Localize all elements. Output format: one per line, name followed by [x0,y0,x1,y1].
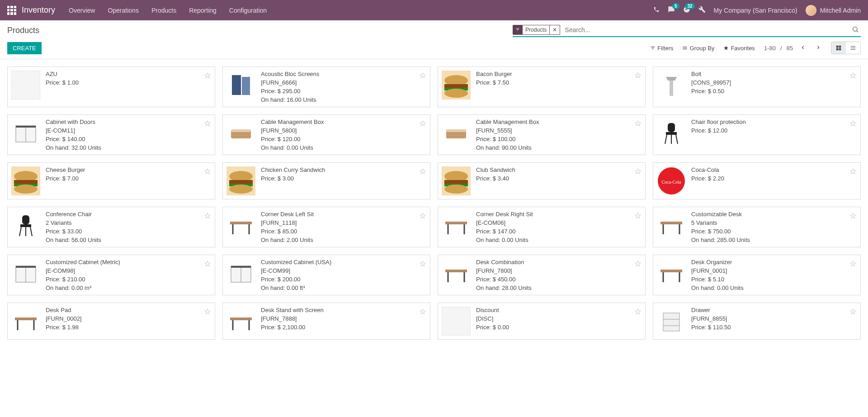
product-card[interactable]: ☆Discount[DISC]Price: $ 0.00 [438,303,646,340]
product-onhand: On hand: 0.00 Units [691,284,857,291]
star-icon[interactable]: ☆ [849,211,857,221]
product-card[interactable]: ☆Conference Chair2 VariantsPrice: $ 33.0… [7,207,215,247]
star-icon[interactable]: ☆ [634,118,642,128]
svg-rect-55 [442,211,471,240]
favorites-button[interactable]: Favorites [723,45,755,52]
product-card[interactable]: ☆Corner Desk Left Sit[FURN_1118]Price: $… [222,207,430,247]
star-icon[interactable]: ☆ [419,118,426,128]
product-price: Price: $ 7.00 [46,175,211,182]
star-icon[interactable]: ☆ [634,166,642,176]
groupby-button[interactable]: Group By [682,45,714,52]
product-card[interactable]: ☆Desk Organizer[FURN_0001]Price: $ 5.10O… [653,255,861,295]
star-icon[interactable]: ☆ [204,118,211,128]
product-name: Corner Desk Right Sit [476,211,642,218]
user-menu[interactable]: Mitchell Admin [806,5,861,16]
product-card[interactable]: ☆Desk Combination[FURN_7800]Price: $ 450… [438,255,646,295]
apps-icon[interactable] [7,6,16,15]
star-icon[interactable]: ☆ [419,166,426,176]
star-icon[interactable]: ☆ [204,71,211,81]
phone-icon[interactable] [653,6,660,14]
star-icon[interactable]: ☆ [204,259,211,269]
product-card[interactable]: ☆Coca-ColaCoca-ColaPrice: $ 2.20 [653,162,861,199]
product-card[interactable]: ☆Cheese BurgerPrice: $ 7.00 [7,162,215,199]
product-onhand: On hand: 32.00 Units [46,144,211,151]
product-price: Price: $ 3.00 [261,175,426,182]
product-image [442,259,471,288]
star-icon[interactable]: ☆ [204,166,211,176]
search-input[interactable] [563,25,850,34]
product-sku: [FURN_5800] [261,127,426,134]
star-icon[interactable]: ☆ [419,71,426,81]
product-card[interactable]: ☆Chair floor protectionPrice: $ 12.00 [653,114,861,155]
product-card[interactable]: ☆Chicken Curry SandwichPrice: $ 3.00 [222,162,430,199]
menu-overview[interactable]: Overview [69,7,95,14]
star-icon[interactable]: ☆ [849,259,857,269]
product-price: Price: $ 2.20 [691,175,857,182]
star-icon[interactable]: ☆ [634,259,642,269]
star-icon[interactable]: ☆ [204,307,211,317]
menu-operations[interactable]: Operations [108,7,138,14]
search-bar[interactable]: Products ✕ [513,24,861,37]
product-card[interactable]: ☆Customizable Desk5 VariantsPrice: $ 750… [653,207,861,247]
star-icon[interactable]: ☆ [849,71,857,81]
search-icon[interactable] [850,26,861,34]
star-icon[interactable]: ☆ [419,307,426,317]
product-card[interactable]: ☆Customized Cabinet (Metric)[E-COM98]Pri… [7,255,215,295]
svg-rect-52 [230,222,252,224]
product-sku: [DISC] [476,315,642,322]
svg-rect-35 [229,180,253,184]
product-price: Price: $ 1.00 [46,79,211,86]
nav-right: 5 32 My Company (San Francisco) Mitchell… [653,5,861,16]
product-card[interactable]: ☆Customized Cabinet (USA)[E-COM99]Price:… [222,255,430,295]
product-price: Price: $ 100.00 [476,136,642,142]
product-card[interactable]: ☆Corner Desk Right Sit[E-COM06]Price: $ … [438,207,646,247]
debug-icon[interactable] [698,6,706,14]
star-icon[interactable]: ☆ [849,118,857,128]
filters-button[interactable]: Filters [650,45,673,52]
star-icon[interactable]: ☆ [634,211,642,221]
product-card[interactable]: ☆Club SandwichPrice: $ 3.40 [438,162,646,199]
product-name: AZU [46,71,211,77]
star-icon[interactable]: ☆ [634,307,642,317]
svg-text:Coca-Cola: Coca-Cola [662,180,681,185]
star-icon[interactable]: ☆ [419,211,426,221]
product-price: Price: $ 0.00 [476,324,642,331]
activities-icon[interactable]: 32 [683,6,690,14]
svg-rect-80 [15,317,37,320]
menu-products[interactable]: Products [151,7,176,14]
svg-rect-24 [666,132,677,135]
product-card[interactable]: ☆AZUPrice: $ 1.00 [7,66,215,107]
product-card[interactable]: ☆Drawer[FURN_8855]Price: $ 110.50 [653,303,861,340]
messages-icon[interactable]: 5 [668,6,675,14]
star-icon[interactable]: ☆ [419,259,426,269]
product-card[interactable]: ☆Desk Stand with Screen[FURN_7888]Price:… [222,303,430,340]
product-price: Price: $ 450.00 [476,276,642,283]
list-view-icon[interactable] [846,42,860,54]
star-icon[interactable]: ☆ [849,307,857,317]
pager-prev-icon[interactable] [797,43,808,53]
product-card[interactable]: ☆Bolt[CONS_89957]Price: $ 0.50 [653,66,861,107]
pager-range[interactable]: 1-80 [764,45,776,52]
product-card[interactable]: ☆Cabinet with Doors[E-COM11]Price: $ 140… [7,114,215,155]
star-icon[interactable]: ☆ [849,166,857,176]
product-card[interactable]: ☆Bacon BurgerPrice: $ 7.50 [438,66,646,107]
kanban-view-icon[interactable] [831,42,846,54]
product-card[interactable]: ☆Desk Pad[FURN_0002]Price: $ 1.98 [7,303,215,340]
create-button[interactable]: CREATE [7,42,42,54]
product-card[interactable]: ☆Cable Management Box[FURN_5555]Price: $… [438,114,646,155]
product-card[interactable]: ☆Acoustic Bloc Screens[FURN_6666]Price: … [222,66,430,107]
facet-remove-icon[interactable]: ✕ [550,25,560,35]
product-price: Price: $ 110.50 [691,324,857,331]
product-price: Price: $ 0.50 [691,88,857,95]
menu-configuration[interactable]: Configuration [229,7,267,14]
product-sku: [FURN_5555] [476,127,642,134]
company-selector[interactable]: My Company (San Francisco) [714,7,797,14]
star-icon[interactable]: ☆ [634,71,642,81]
star-icon[interactable]: ☆ [204,211,211,221]
user-name: Mitchell Admin [820,7,861,14]
app-title[interactable]: Inventory [22,5,55,15]
menu-reporting[interactable]: Reporting [189,7,217,14]
product-image [11,307,40,336]
product-card[interactable]: ☆Cable Management Box[FURN_5800]Price: $… [222,114,430,155]
pager-next-icon[interactable] [813,43,824,53]
